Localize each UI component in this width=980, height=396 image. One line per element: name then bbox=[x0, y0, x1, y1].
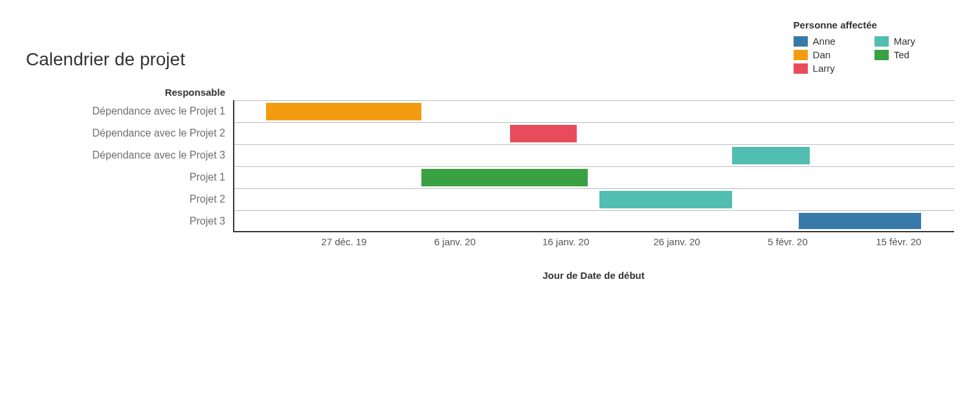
legend-item[interactable]: Dan bbox=[794, 49, 836, 60]
gantt-bar[interactable] bbox=[421, 169, 588, 186]
legend-label: Anne bbox=[813, 36, 836, 47]
legend-label: Mary bbox=[894, 36, 915, 47]
row-label: Dépendance avec le Projet 3 bbox=[26, 144, 233, 166]
legend-swatch bbox=[794, 36, 808, 47]
legend-swatch bbox=[874, 36, 889, 47]
row-track bbox=[233, 188, 954, 210]
legend-swatch bbox=[874, 50, 889, 60]
x-tick: 26 janv. 20 bbox=[653, 236, 700, 247]
row-label: Dépendance avec le Projet 1 bbox=[26, 100, 233, 122]
x-tick: 5 févr. 20 bbox=[768, 236, 808, 247]
legend-swatch bbox=[794, 50, 808, 60]
gantt-bar[interactable] bbox=[799, 213, 921, 229]
row-track bbox=[233, 210, 954, 232]
row-label: Dépendance avec le Projet 2 bbox=[26, 122, 233, 144]
legend-label: Larry bbox=[813, 63, 835, 74]
row-track bbox=[233, 144, 954, 166]
row-track bbox=[233, 166, 954, 188]
gantt-bar[interactable] bbox=[510, 125, 577, 142]
row-label: Projet 1 bbox=[26, 166, 233, 188]
row-label: Projet 2 bbox=[26, 188, 233, 210]
legend-label: Ted bbox=[894, 49, 909, 60]
x-axis-title: Jour de Date de début bbox=[233, 270, 954, 281]
x-tick: 27 déc. 19 bbox=[321, 236, 366, 247]
gantt-row: Dépendance avec le Projet 2 bbox=[26, 122, 954, 144]
gantt-row: Projet 2 bbox=[26, 188, 954, 210]
row-label: Projet 3 bbox=[26, 210, 233, 232]
legend-item[interactable]: Ted bbox=[874, 49, 915, 60]
gantt-row: Projet 1 bbox=[26, 166, 954, 188]
legend-title: Personne affectée bbox=[794, 19, 915, 30]
gantt-bar[interactable] bbox=[599, 191, 733, 208]
legend-item[interactable]: Anne bbox=[794, 36, 836, 47]
legend-item[interactable]: Mary bbox=[874, 36, 915, 47]
row-track bbox=[233, 100, 954, 122]
gantt-chart: Responsable Dépendance avec le Projet 1D… bbox=[26, 87, 954, 281]
legend: Personne affectée AnneDanLarryMaryTed bbox=[794, 19, 915, 74]
gantt-row: Projet 3 bbox=[26, 210, 954, 232]
chart-title: Calendrier de projet bbox=[26, 49, 185, 70]
x-tick: 15 févr. 20 bbox=[876, 236, 921, 247]
gantt-bar[interactable] bbox=[732, 147, 810, 164]
gantt-bar[interactable] bbox=[266, 103, 421, 120]
row-track bbox=[233, 122, 954, 144]
legend-label: Dan bbox=[813, 49, 831, 60]
row-header-title: Responsable bbox=[26, 87, 233, 98]
x-axis: 27 déc. 196 janv. 2016 janv. 2026 janv. … bbox=[233, 236, 954, 252]
x-tick: 16 janv. 20 bbox=[542, 236, 589, 247]
legend-swatch bbox=[794, 63, 808, 74]
legend-item[interactable]: Larry bbox=[794, 63, 836, 74]
gantt-row: Dépendance avec le Projet 3 bbox=[26, 144, 954, 166]
x-tick: 6 janv. 20 bbox=[434, 236, 476, 247]
gantt-row: Dépendance avec le Projet 1 bbox=[26, 100, 954, 122]
